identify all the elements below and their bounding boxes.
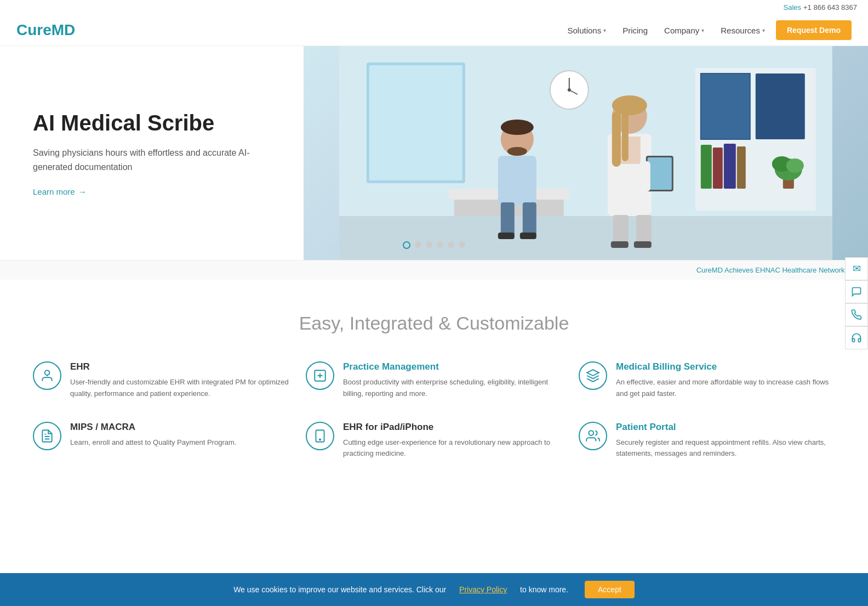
- logo-cure: Cure: [16, 21, 52, 38]
- pricing-link[interactable]: Pricing: [623, 26, 648, 35]
- svg-rect-17: [520, 233, 536, 239]
- feature-desc-medical-billing: An effective, easier and more affordable…: [616, 377, 835, 400]
- svg-rect-15: [523, 202, 536, 235]
- svg-rect-22: [612, 112, 621, 167]
- feature-title-practice-management: Practice Management: [343, 361, 562, 372]
- feature-icon-ehr: [33, 361, 61, 390]
- hero-subtitle: Saving physicians hours with effortless …: [33, 146, 252, 174]
- feature-title-patient-portal: Patient Portal: [616, 422, 835, 433]
- feature-mips-macra: MIPS / MACRA Learn, enroll and attest to…: [33, 422, 289, 460]
- feature-icon-mips-macra: [33, 422, 61, 450]
- feature-icon-ehr-ipad: [306, 422, 334, 450]
- svg-rect-29: [611, 241, 629, 248]
- svg-rect-37: [724, 144, 736, 189]
- svg-rect-25: [648, 157, 672, 190]
- svg-point-43: [45, 370, 50, 375]
- feature-text-ehr: EHR User-friendly and customizable EHR w…: [70, 361, 289, 400]
- navbar: CureMD Solutions ▾ Pricing Company ▾ Res…: [0, 15, 868, 46]
- feature-text-mips-macra: MIPS / MACRA Learn, enroll and attest to…: [70, 422, 237, 449]
- resources-link[interactable]: Resources ▾: [721, 26, 765, 35]
- logo-md: MD: [52, 21, 76, 38]
- features-grid: EHR User-friendly and customizable EHR w…: [33, 361, 835, 460]
- feature-ehr-ipad: EHR for iPad/iPhone Cutting edge user-ex…: [306, 422, 562, 460]
- slide-dot-3[interactable]: [426, 241, 432, 248]
- slide-dot-2[interactable]: [415, 241, 421, 248]
- request-demo-button[interactable]: Request Demo: [776, 20, 852, 40]
- svg-rect-16: [498, 233, 515, 239]
- nav-links: Solutions ▾ Pricing Company ▾ Resources …: [567, 26, 764, 35]
- solutions-link[interactable]: Solutions ▾: [567, 26, 606, 35]
- feature-desc-ehr: User-friendly and customizable EHR with …: [70, 377, 289, 400]
- feature-icon-practice-management: [306, 361, 334, 390]
- feature-icon-patient-portal: [579, 422, 607, 450]
- section-title: Easy, Integrated & Customizable: [33, 313, 835, 334]
- svg-rect-30: [634, 241, 652, 248]
- svg-rect-10: [498, 156, 536, 205]
- news-bar: CureMD Achieves EHNAC Healthcare Network…: [0, 260, 868, 280]
- svg-point-47: [589, 431, 593, 435]
- news-text: CureMD Achieves EHNAC Healthcare Network…: [696, 266, 857, 274]
- solutions-arrow: ▾: [603, 27, 606, 33]
- learn-more-link[interactable]: Learn more →: [33, 187, 252, 196]
- feature-title-medical-billing: Medical Billing Service: [616, 361, 835, 372]
- top-bar: Sales +1 866 643 8367: [0, 0, 868, 15]
- feature-text-patient-portal: Patient Portal Securely register and req…: [616, 422, 835, 460]
- slide-dots: [403, 241, 465, 249]
- floating-icons: ✉: [845, 257, 868, 349]
- feature-desc-mips-macra: Learn, enroll and attest to Quality Paym…: [70, 437, 237, 449]
- slide-dot-4[interactable]: [437, 241, 443, 248]
- company-link[interactable]: Company ▾: [664, 26, 704, 35]
- svg-point-42: [786, 158, 804, 173]
- main-section: Easy, Integrated & Customizable EHR User…: [0, 280, 868, 482]
- slide-dot-1[interactable]: [403, 241, 410, 249]
- feature-text-medical-billing: Medical Billing Service An effective, ea…: [616, 361, 835, 400]
- svg-rect-32: [701, 73, 750, 139]
- chat-float-icon[interactable]: [845, 280, 868, 303]
- svg-rect-2: [369, 65, 462, 180]
- resources-arrow: ▾: [762, 27, 765, 33]
- hero-title: AI Medical Scribe: [33, 110, 252, 136]
- feature-patient-portal: Patient Portal Securely register and req…: [579, 422, 835, 460]
- company-arrow: ▾: [701, 27, 704, 33]
- phone-number: +1 866 643 8367: [803, 3, 857, 12]
- logo[interactable]: CureMD: [16, 21, 75, 39]
- feature-practice-management: Practice Management Boost productivity w…: [306, 361, 562, 400]
- hero-image: [304, 46, 868, 260]
- svg-point-13: [507, 147, 527, 156]
- svg-rect-34: [756, 73, 805, 139]
- feature-title-mips-macra: MIPS / MACRA: [70, 422, 237, 433]
- feature-ehr: EHR User-friendly and customizable EHR w…: [33, 361, 289, 400]
- svg-rect-26: [639, 161, 650, 191]
- sales-link[interactable]: Sales: [784, 3, 802, 12]
- feature-title-ehr-ipad: EHR for iPad/iPhone: [343, 422, 562, 433]
- headset-float-icon[interactable]: [845, 326, 868, 349]
- feature-desc-patient-portal: Securely register and request appointmen…: [616, 437, 835, 460]
- slide-dot-6[interactable]: [459, 241, 465, 248]
- hero-content: AI Medical Scribe Saving physicians hour…: [0, 110, 285, 196]
- feature-text-practice-management: Practice Management Boost productivity w…: [343, 361, 562, 400]
- feature-desc-ehr-ipad: Cutting edge user-experience for a revol…: [343, 437, 562, 460]
- svg-rect-28: [636, 215, 652, 243]
- svg-rect-23: [622, 112, 629, 161]
- svg-rect-7: [339, 216, 832, 260]
- svg-rect-35: [701, 145, 712, 189]
- svg-rect-27: [613, 215, 629, 243]
- svg-point-46: [319, 439, 321, 440]
- svg-point-12: [501, 120, 534, 135]
- feature-desc-practice-management: Boost productivity with enterprise sched…: [343, 377, 562, 400]
- feature-text-ehr-ipad: EHR for iPad/iPhone Cutting edge user-ex…: [343, 422, 562, 460]
- feature-medical-billing: Medical Billing Service An effective, ea…: [579, 361, 835, 400]
- svg-rect-36: [713, 148, 723, 189]
- svg-rect-38: [737, 146, 746, 189]
- svg-rect-14: [501, 202, 515, 235]
- hero-section: AI Medical Scribe Saving physicians hour…: [0, 46, 868, 260]
- feature-title-ehr: EHR: [70, 361, 289, 372]
- email-float-icon[interactable]: ✉: [845, 257, 868, 280]
- slide-dot-5[interactable]: [448, 241, 454, 248]
- phone-float-icon[interactable]: [845, 303, 868, 326]
- feature-icon-medical-billing: [579, 361, 607, 390]
